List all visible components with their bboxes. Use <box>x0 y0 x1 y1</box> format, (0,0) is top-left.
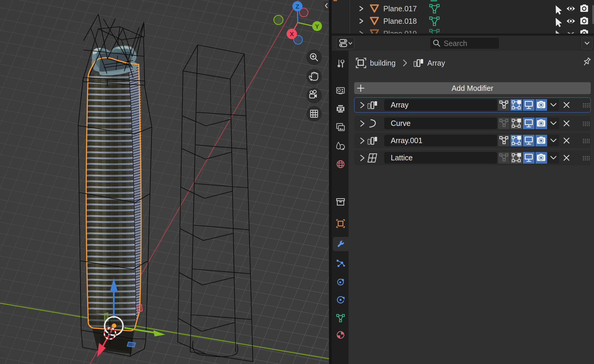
svg-text:Plane.017: Plane.017 <box>383 4 417 13</box>
svg-text:X: X <box>290 31 294 37</box>
svg-text:Plane.018: Plane.018 <box>383 17 417 25</box>
svg-text:Plane.019: Plane.019 <box>383 29 417 34</box>
svg-text:Z: Z <box>296 3 300 10</box>
svg-text:Y: Y <box>315 23 319 30</box>
